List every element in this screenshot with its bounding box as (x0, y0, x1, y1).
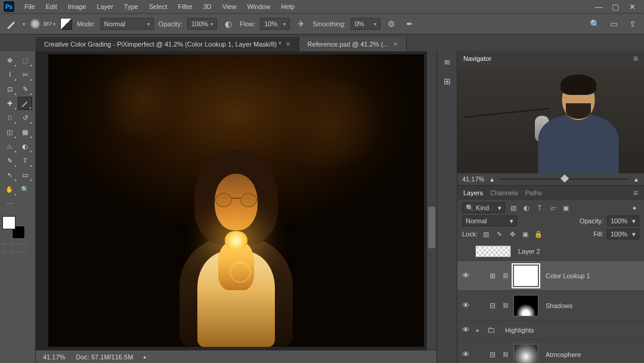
quick-mask-icon[interactable] (2, 244, 13, 252)
airbrush-icon[interactable]: ✈ (295, 17, 308, 30)
lock-paint-icon[interactable]: ✎ (494, 229, 504, 239)
pressure-size-icon[interactable]: ✒ (403, 17, 416, 30)
layer-name[interactable]: Color Lookup 1 (546, 272, 590, 279)
vertical-scrollbar[interactable] (427, 51, 436, 350)
menu-file[interactable]: File (19, 1, 41, 12)
layer-name[interactable]: Layer 2 (518, 248, 540, 255)
menu-view[interactable]: View (217, 1, 242, 12)
document-canvas[interactable] (48, 54, 424, 347)
zoom-out-icon[interactable]: ▲ (489, 176, 495, 183)
status-chevron-icon[interactable]: ▸ (144, 354, 147, 360)
tool-preset-chevron-icon[interactable]: ▾ (23, 21, 25, 27)
lock-transparency-icon[interactable]: ▨ (481, 229, 491, 239)
crop-tool[interactable]: ⊡ (2, 82, 17, 96)
adjustment-icon[interactable]: ⊞ (487, 270, 498, 281)
minimize-button[interactable]: — (590, 1, 607, 13)
doc-size-status[interactable]: Doc: 57.1M/116.5M (76, 353, 133, 361)
menu-edit[interactable]: Edit (41, 1, 63, 12)
brush-preview[interactable]: 387 ▾ (30, 19, 55, 29)
navigator-tab[interactable]: Navigator (463, 55, 491, 62)
menu-filter[interactable]: Filter (172, 1, 197, 12)
layer-mask-thumbnail[interactable] (513, 265, 538, 287)
lock-artboard-icon[interactable]: ▣ (521, 229, 530, 239)
visibility-toggle[interactable]: 👁 (462, 271, 472, 280)
tab-close-icon[interactable]: × (286, 40, 290, 48)
layer-row[interactable]: 👁 ⊟ ⛓ Shadows (457, 291, 644, 321)
tab-document-1[interactable]: Creative Color Grading - PiXimperfect @ … (36, 37, 299, 51)
menu-window[interactable]: Window (242, 1, 275, 12)
blend-mode-dropdown[interactable]: Normal▾ (462, 216, 517, 226)
link-mask-icon[interactable]: ⛓ (503, 351, 509, 358)
color-swatches[interactable] (2, 216, 25, 239)
eyedropper-tool[interactable]: ✎ (18, 82, 32, 96)
search-icon[interactable]: 🔍 (588, 17, 601, 30)
zoom-status[interactable]: 41.17% (43, 353, 65, 361)
zoom-tool[interactable]: 🔍 (18, 183, 32, 196)
layer-group-row[interactable]: 👁 ▸ 🗀 Highlights (457, 321, 644, 340)
adjustment-icon[interactable]: ⊟ (487, 300, 498, 311)
channels-tab[interactable]: Channels (490, 189, 518, 196)
menu-layer[interactable]: Layer (91, 1, 119, 12)
opacity-input[interactable]: 100%▾ (187, 18, 217, 30)
share-icon[interactable]: ⇪ (626, 17, 639, 30)
pen-tool[interactable]: ✎ (2, 154, 17, 167)
layer-mask-thumbnail[interactable] (513, 344, 538, 364)
layers-tab[interactable]: Layers (463, 189, 483, 196)
marquee-tool[interactable]: ⬚ (18, 54, 32, 67)
brush-tool[interactable] (18, 97, 32, 110)
smoothing-input[interactable]: 0%▾ (351, 18, 380, 30)
flow-input[interactable]: 10%▾ (260, 18, 290, 30)
fill-input[interactable]: 100%▾ (607, 229, 639, 239)
brush-panel-toggle[interactable] (60, 18, 72, 30)
link-mask-icon[interactable]: ⛓ (503, 272, 509, 279)
paths-tab[interactable]: Paths (525, 189, 542, 196)
layer-row[interactable]: 👁 ⊞ ⛓ Color Lookup 1 (457, 261, 644, 291)
gradient-tool[interactable]: ▦ (18, 125, 32, 139)
quick-select-tool[interactable]: ✄ (18, 68, 32, 81)
tab-document-2[interactable]: Reference.psd @ 41.2% (... × (299, 37, 407, 51)
filter-type-icon[interactable]: T (535, 203, 544, 213)
visibility-toggle[interactable]: 👁 (462, 301, 472, 310)
zoom-slider[interactable] (500, 176, 628, 183)
filter-toggle-icon[interactable]: ● (630, 203, 639, 213)
layer-row[interactable]: Layer 2 (457, 242, 644, 261)
layer-mask-thumbnail[interactable] (513, 295, 538, 316)
close-button[interactable]: ✕ (624, 1, 640, 13)
shape-tool[interactable]: ▭ (18, 168, 32, 182)
history-panel-icon[interactable]: ≋ (440, 55, 454, 69)
link-mask-icon[interactable]: ⛓ (503, 302, 509, 309)
lasso-tool[interactable]: ⌇ (2, 68, 17, 81)
pressure-opacity-icon[interactable]: ◐ (222, 17, 235, 30)
edit-toolbar[interactable]: ⋯ (2, 197, 17, 210)
eraser-tool[interactable]: ◫ (2, 125, 17, 139)
hand-tool[interactable]: ✋ (2, 183, 17, 196)
tab-close-icon[interactable]: × (393, 40, 397, 48)
brush-chevron-icon[interactable]: ▾ (53, 21, 55, 27)
type-tool[interactable]: T (18, 154, 32, 167)
stamp-tool[interactable]: ⎍ (2, 111, 17, 124)
menu-help[interactable]: Help (276, 1, 301, 12)
layer-name[interactable]: Atmosphere (546, 351, 581, 358)
expand-icon[interactable]: ▸ (476, 327, 482, 333)
screen-mode-icon[interactable] (17, 244, 27, 252)
adjustment-icon[interactable]: ⊟ (487, 349, 498, 360)
layer-thumbnail[interactable] (475, 245, 511, 257)
blur-tool[interactable]: ♨ (2, 140, 17, 153)
panel-menu-icon[interactable]: ≡ (633, 54, 638, 63)
layer-opacity-input[interactable]: 100%▾ (607, 216, 639, 226)
filter-shape-icon[interactable]: ▱ (548, 203, 558, 213)
menu-3d[interactable]: 3D (198, 1, 217, 12)
move-tool[interactable]: ✥ (2, 54, 17, 67)
workspace-icon[interactable]: ▭ (607, 17, 620, 30)
navigator-preview[interactable] (457, 66, 644, 173)
zoom-in-icon[interactable]: ▲ (633, 176, 639, 183)
smoothing-gear-icon[interactable]: ⚙ (385, 17, 398, 30)
menu-image[interactable]: Image (63, 1, 92, 12)
properties-panel-icon[interactable]: ⊞ (440, 74, 454, 88)
menu-select[interactable]: Select (144, 1, 173, 12)
lock-all-icon[interactable]: 🔒 (534, 229, 543, 239)
layer-row[interactable]: 👁 ⊟ ⛓ Atmosphere (457, 340, 644, 363)
layer-name[interactable]: Shadows (546, 302, 572, 309)
maximize-button[interactable]: ▢ (607, 1, 624, 13)
blend-mode-dropdown[interactable]: Normal▾ (100, 18, 154, 30)
